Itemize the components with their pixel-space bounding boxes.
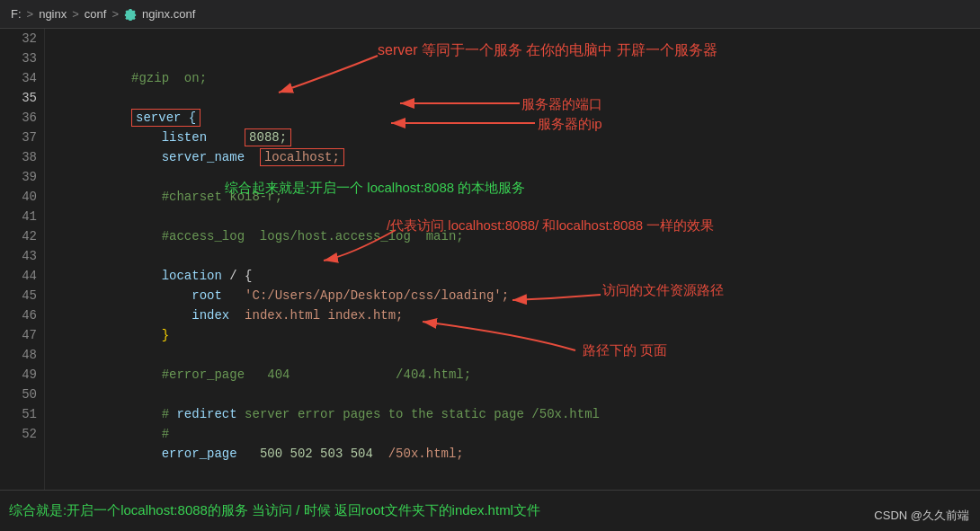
ln-40: 40 <box>7 187 37 207</box>
gear-icon <box>124 8 137 21</box>
ln-52: 52 <box>7 424 37 444</box>
ln-47: 47 <box>7 325 37 345</box>
ln-34: 34 <box>7 68 37 88</box>
code-line-34 <box>56 68 969 88</box>
code-line-44: root 'C:/Users/App/Desktop/css/loading'; <box>56 266 969 286</box>
folder2-label: conf <box>85 7 107 21</box>
code-line-50: # redirect server error pages to the sta… <box>56 385 969 404</box>
code-line-51: # <box>56 404 969 424</box>
sep2: > <box>72 7 79 21</box>
code-line-42 <box>56 226 969 246</box>
sep3: > <box>111 7 119 21</box>
code-line-47 <box>56 325 969 345</box>
code-area: 32 33 34 35 36 37 38 39 40 41 42 43 44 4… <box>0 29 980 531</box>
ln-41: 41 <box>7 207 37 226</box>
folder1-label: nginx <box>39 7 67 21</box>
file-label: nginx.conf <box>142 7 195 21</box>
code-line-37: server_name localhost; <box>56 128 969 147</box>
line-numbers: 32 33 34 35 36 37 38 39 40 41 42 43 44 4… <box>0 29 45 531</box>
code-line-32 <box>56 29 969 49</box>
code-line-33: #gzip on; <box>56 49 969 68</box>
ln-42: 42 <box>7 226 37 246</box>
sep1: > <box>27 7 34 21</box>
code-line-45: index index.html index.htm; <box>56 286 969 305</box>
code-line-39: #charset koi8-r; <box>56 167 969 187</box>
code-line-41: #access_log logs/host.access_log main; <box>56 207 969 226</box>
ln-46: 46 <box>7 305 37 325</box>
ln-35: 35 <box>7 88 37 108</box>
code-line-49 <box>56 365 969 385</box>
ln-36: 36 <box>7 108 37 128</box>
code-line-36: listen 8088; <box>56 108 969 128</box>
drive-label: F: <box>11 7 22 21</box>
ln-44: 44 <box>7 266 37 286</box>
watermark: CSDN @久久前端 <box>874 508 969 524</box>
ln-50: 50 <box>7 385 37 404</box>
breadcrumb: F: > nginx > conf > nginx.conf <box>11 7 195 21</box>
ln-51: 51 <box>7 404 37 424</box>
code-line-35: server { <box>56 88 969 108</box>
ln-32: 32 <box>7 29 37 49</box>
code-line-52: error_page 500 502 503 504 /50x.html; <box>56 424 969 444</box>
title-bar: F: > nginx > conf > nginx.conf <box>0 0 980 29</box>
code-line-46: } <box>56 305 969 325</box>
bottom-bar: 综合就是:开启一个localhost:8088的服务 当访问 / 时候 返回ro… <box>0 490 980 531</box>
code-editor[interactable]: #gzip on; server { listen 8088; server_n… <box>45 29 980 531</box>
ln-49: 49 <box>7 365 37 385</box>
code-line-43: location / { <box>56 246 969 266</box>
ln-48: 48 <box>7 345 37 365</box>
ln-37: 37 <box>7 128 37 147</box>
ln-39: 39 <box>7 167 37 187</box>
code-line-48: #error_page 404 /404.html; <box>56 345 969 365</box>
code-line-40 <box>56 187 969 207</box>
code-line-38 <box>56 147 969 167</box>
ln-43: 43 <box>7 246 37 266</box>
ln-38: 38 <box>7 147 37 167</box>
bottom-summary: 综合就是:开启一个localhost:8088的服务 当访问 / 时候 返回ro… <box>9 502 540 519</box>
ln-45: 45 <box>7 286 37 305</box>
ln-33: 33 <box>7 49 37 68</box>
